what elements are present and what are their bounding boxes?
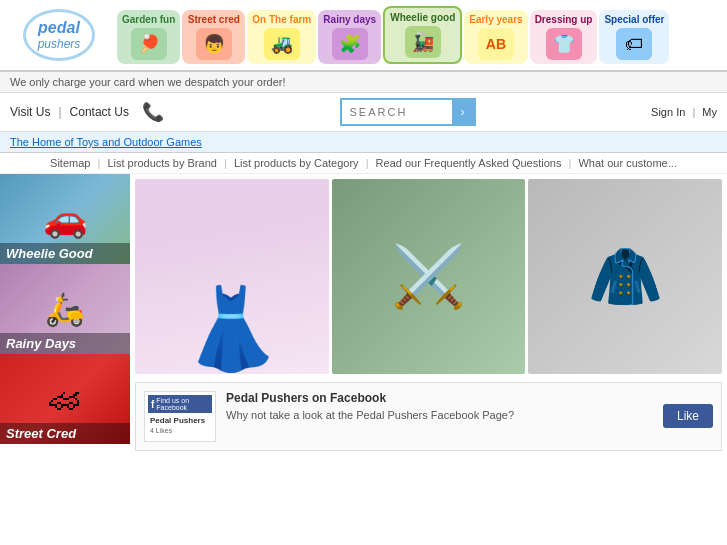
sidebar-label-wheelie: Wheelie Good [0, 243, 130, 264]
logo-line1: pedal [38, 19, 81, 37]
tab-special-label: Special offer [604, 14, 664, 26]
sidebar-item-wheelie[interactable]: 🚗 Wheelie Good [0, 174, 130, 264]
tab-farm-icon: 🚜 [264, 28, 300, 60]
tab-rainy-icon: 🧩 [332, 28, 368, 60]
utility-bar: Visit Us | Contact Us 📞 › Sign In | My [0, 93, 727, 132]
tab-wheelie-icon: 🚂 [405, 26, 441, 58]
by-brand-link[interactable]: List products by Brand [107, 157, 216, 169]
hero-image-2: ⚔️ [332, 179, 526, 374]
logo-cloud: pedal pushers [23, 9, 96, 61]
fb-widget: f Find us on Facebook Pedal Pushers 4 Li… [144, 391, 216, 442]
sign-in-link[interactable]: Sign In [651, 106, 685, 118]
tab-street-cred[interactable]: Street cred 👦 [182, 10, 245, 64]
top-bar-notice: We only charge your card when we despatc… [10, 76, 286, 88]
tab-dressing-up[interactable]: Dressing up 👕 [530, 10, 598, 64]
hero-images: 👗 ⚔️ 🧥 [135, 179, 722, 374]
tab-street-label: Street cred [188, 14, 240, 26]
search-input[interactable] [342, 103, 452, 121]
by-category-link[interactable]: List products by Category [234, 157, 359, 169]
sidebar-label-street: Street Cred [0, 423, 130, 444]
fb-description: Why not take a look at the Pedal Pushers… [226, 409, 653, 421]
tab-garden-icon: 🏓 [131, 28, 167, 60]
sidebar-item-street[interactable]: 🏎 Street Cred [0, 354, 130, 444]
top-bar: We only charge your card when we despatc… [0, 72, 727, 93]
tab-dressing-label: Dressing up [535, 14, 593, 26]
fb-likes-count: 4 Likes [150, 426, 210, 436]
fb-widget-header: f Find us on Facebook [148, 395, 212, 413]
tab-street-icon: 👦 [196, 28, 232, 60]
fb-widget-body: Pedal Pushers 4 Likes [148, 413, 212, 438]
tab-early-years[interactable]: Early years AB [464, 10, 527, 64]
hero-image-3: 🧥 [528, 179, 722, 374]
tab-on-farm[interactable]: On The farm 🚜 [247, 10, 316, 64]
my-account-link[interactable]: My [702, 106, 717, 118]
customers-link[interactable]: What our custome... [578, 157, 676, 169]
main-content: 🚗 Wheelie Good 🛵 Rainy Days 🏎 Street Cre… [0, 174, 727, 456]
sidebar-label-rainy: Rainy Days [0, 333, 130, 354]
fb-page-name: Pedal Pushers [150, 415, 210, 426]
divider-1: | [58, 105, 61, 119]
search-button[interactable]: › [452, 100, 474, 124]
logo[interactable]: pedal pushers [4, 5, 114, 65]
fb-find-text: Find us on Facebook [156, 397, 209, 411]
tab-wheelie-good[interactable]: Wheelie good 🚂 [383, 6, 462, 64]
fb-logo-icon: f [151, 399, 154, 410]
sitemap-link[interactable]: Sitemap [50, 157, 90, 169]
tab-garden-label: Garden fun [122, 14, 175, 26]
header: pedal pushers Garden fun 🏓 Street cred 👦… [0, 0, 727, 72]
breadcrumb-link[interactable]: The Home of Toys and Outdoor Games [10, 136, 202, 148]
contact-us-link[interactable]: Contact Us [70, 105, 129, 119]
tab-wheelie-label: Wheelie good [390, 12, 455, 24]
hero-image-1: 👗 [135, 179, 329, 374]
fb-title: Pedal Pushers on Facebook [226, 391, 653, 405]
hero-dress-icon: 👗 [182, 289, 282, 369]
sep-4: | [569, 157, 572, 169]
breadcrumb: The Home of Toys and Outdoor Games [0, 132, 727, 153]
tab-early-label: Early years [469, 14, 522, 26]
fb-text-content: Pedal Pushers on Facebook Why not take a… [226, 391, 653, 421]
content-area: 👗 ⚔️ 🧥 f Find us on Facebook Pedal Pushe… [130, 174, 727, 456]
search-box: › [340, 98, 476, 126]
faq-link[interactable]: Read our Frequently Asked Questions [376, 157, 562, 169]
tab-special-icon: 🏷 [616, 28, 652, 60]
tab-farm-label: On The farm [252, 14, 311, 26]
visit-us-link[interactable]: Visit Us [10, 105, 50, 119]
hero-coat-icon: 🧥 [588, 241, 663, 312]
sep-3: | [366, 157, 369, 169]
tab-early-icon: AB [478, 28, 514, 60]
phone-icon: 📞 [142, 101, 164, 123]
hero-sword-icon: ⚔️ [391, 241, 466, 312]
fb-like-button[interactable]: Like [663, 404, 713, 428]
search-area: › [340, 98, 476, 126]
account-links: Sign In | My [651, 106, 717, 118]
sidebar-item-rainy[interactable]: 🛵 Rainy Days [0, 264, 130, 354]
tab-special-offer[interactable]: Special offer 🏷 [599, 10, 669, 64]
sep-1: | [98, 157, 101, 169]
facebook-section: f Find us on Facebook Pedal Pushers 4 Li… [135, 382, 722, 451]
links-bar: Sitemap | List products by Brand | List … [0, 153, 727, 174]
sidebar: 🚗 Wheelie Good 🛵 Rainy Days 🏎 Street Cre… [0, 174, 130, 456]
divider-2: | [692, 106, 695, 118]
tab-garden-fun[interactable]: Garden fun 🏓 [117, 10, 180, 64]
sep-2: | [224, 157, 227, 169]
tab-rainy-days[interactable]: Rainy days 🧩 [318, 10, 381, 64]
utility-links: Visit Us | Contact Us 📞 [10, 101, 164, 123]
tab-dressing-icon: 👕 [546, 28, 582, 60]
nav-tabs: Garden fun 🏓 Street cred 👦 On The farm 🚜… [114, 6, 723, 64]
tab-rainy-label: Rainy days [323, 14, 376, 26]
logo-line2: pushers [38, 37, 81, 51]
